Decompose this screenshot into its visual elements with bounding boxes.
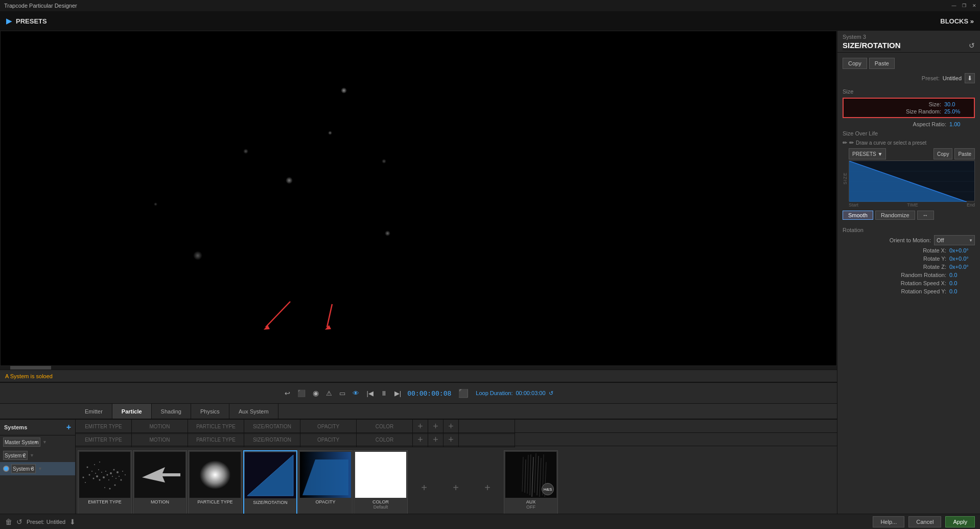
tab-shading[interactable]: Shading	[152, 404, 191, 419]
svg-rect-0	[79, 452, 130, 498]
bottom-bar: 🗑 ↺ Preset: Untitled ⬇ Help... Cancel Ap…	[0, 514, 980, 529]
track-header-particle-type-2: PARTICLE TYPE	[188, 433, 244, 447]
bb-cancel-button[interactable]: Cancel	[908, 516, 941, 527]
add-physics-button[interactable]: +	[444, 420, 459, 434]
minimize-button[interactable]: —	[950, 2, 958, 9]
play-pause-button[interactable]: ⏸	[380, 388, 388, 398]
rp-graph-copy-button[interactable]: Copy	[934, 148, 952, 159]
warning-bar: A System is soloed	[0, 370, 837, 382]
svg-point-28	[99, 462, 100, 463]
trash-icon[interactable]: 🗑	[5, 518, 12, 526]
track-header-row-1: EMITTER TYPE MOTION PARTICLE TYPE SIZE/R…	[76, 420, 837, 433]
rp-rotation-speed-y-row: Rotation Speed Y: 0.0	[837, 287, 980, 295]
add-quality-button[interactable]: +	[428, 420, 444, 434]
rp-save-preset-button[interactable]: ⬇	[965, 73, 975, 83]
tab-emitter[interactable]: Emitter	[76, 404, 112, 419]
opacity-svg	[300, 452, 351, 498]
rp-rotate-y-value[interactable]: 0x+0.0°	[949, 256, 975, 262]
reset-icon[interactable]: ↺	[16, 518, 22, 526]
tracks-area: EMITTER TYPE MOTION PARTICLE TYPE SIZE/R…	[76, 420, 837, 529]
rp-rotate-x-label: Rotate X:	[900, 247, 946, 254]
goto-end-button[interactable]: ▶|	[393, 388, 402, 398]
goto-start-button[interactable]: |◀	[365, 388, 374, 398]
add-physics-2-button[interactable]: +	[444, 433, 459, 447]
svg-point-5	[96, 475, 98, 477]
system2-select[interactable]: System 2	[3, 451, 28, 460]
rp-arrow-button[interactable]: ↔	[917, 211, 934, 220]
bb-right: Help... Cancel Apply	[873, 516, 975, 527]
right-panel: System 3 SIZE/ROTATION ↺ Copy Paste Pres…	[837, 31, 980, 529]
track-header-size-1: SIZE/ROTATION	[244, 420, 300, 434]
rp-rotation-speed-y-value[interactable]: 0.0	[949, 288, 975, 294]
bb-apply-button[interactable]: Apply	[945, 516, 975, 527]
svg-point-11	[107, 474, 108, 476]
rp-copy-button[interactable]: Copy	[843, 58, 867, 69]
rp-rotate-y-row: Rotate Y: 0x+0.0°	[837, 255, 980, 263]
rp-graph-area[interactable]	[849, 160, 975, 201]
loop-reset-icon[interactable]: ↺	[549, 390, 553, 397]
rp-random-rotation-value[interactable]: 0.0	[949, 272, 975, 278]
view-button[interactable]: ▭	[338, 388, 346, 398]
rp-graph-inner: PRESETS ▼ Copy Paste	[849, 148, 975, 209]
card-emitter-type-label: EMITTER TYPE	[88, 499, 121, 504]
add-shading-button[interactable]: +	[413, 420, 428, 434]
rp-rotation-speed-y-label: Rotation Speed Y:	[900, 288, 946, 294]
rp-rotate-x-row: Rotate X: 0x+0.0°	[837, 246, 980, 255]
close-button[interactable]: ✕	[971, 2, 978, 9]
rp-orient-motion-select[interactable]: Off On	[934, 235, 975, 245]
record-button[interactable]: ⬛	[296, 388, 307, 398]
add-system-button[interactable]: +	[66, 423, 71, 432]
pencil2-icon[interactable]: ✏	[849, 140, 854, 146]
scroll-bar[interactable]	[0, 366, 837, 370]
eye-button[interactable]: 👁	[352, 388, 360, 398]
rp-aspect-ratio-label: Aspect Ratio:	[900, 121, 946, 127]
scroll-thumb[interactable]	[10, 366, 51, 370]
rp-spacer	[837, 295, 980, 510]
rp-rotate-z-value[interactable]: 0x+0.0°	[949, 264, 975, 270]
system3-active-indicator	[3, 466, 9, 472]
svg-point-6	[98, 469, 99, 470]
audio-button[interactable]: ◉	[312, 388, 320, 398]
svg-point-17	[116, 471, 119, 473]
maximize-button[interactable]: ❐	[961, 2, 968, 9]
rp-randomize-button[interactable]: Randomize	[875, 211, 915, 220]
rp-graph-paste-button[interactable]: Paste	[954, 148, 975, 159]
svg-point-2	[91, 471, 92, 472]
systems-sidebar: Systems + Master System ▼ System 2	[0, 420, 76, 529]
tab-particle[interactable]: Particle	[112, 404, 152, 419]
rp-graph-wrapper: ✏ ✏ Draw a curve or select a preset SIZE…	[843, 140, 975, 220]
rp-rotation-speed-x-value[interactable]: 0.0	[949, 280, 975, 286]
rp-size-random-value[interactable]: 25.0%	[944, 108, 970, 114]
rp-y-axis: SIZE	[843, 148, 848, 209]
undo-button[interactable]: ↩	[284, 388, 291, 398]
track-header-color-2: COLOR	[357, 433, 413, 447]
tab-aux-system[interactable]: Aux System	[229, 404, 278, 419]
system3-select[interactable]: System 3	[11, 464, 36, 473]
bb-help-button[interactable]: Help...	[873, 516, 904, 527]
particle-dot	[385, 231, 390, 236]
pencil-icon[interactable]: ✏	[843, 140, 847, 146]
system-row-master: Master System ▼	[0, 435, 75, 449]
rp-rotate-x-value[interactable]: 0x+0.0°	[949, 247, 975, 254]
rp-size-label: Size:	[895, 101, 941, 107]
preview-canvas	[0, 31, 837, 366]
rp-size-section-label: Size	[837, 86, 980, 96]
blocks-nav[interactable]: BLOCKS »	[940, 17, 974, 25]
rp-paste-button[interactable]: Paste	[869, 58, 895, 69]
rp-orient-motion-row: Orient to Motion: Off On	[837, 234, 980, 246]
add-quality-2-button[interactable]: +	[428, 433, 444, 447]
rp-graph-presets-button[interactable]: PRESETS ▼	[849, 148, 886, 159]
presets-nav[interactable]: ▶ PRESETS	[6, 17, 47, 25]
add-shading-2-button[interactable]: +	[413, 433, 428, 447]
warning-button[interactable]: ⚠	[325, 388, 333, 398]
tab-physics[interactable]: Physics	[191, 404, 229, 419]
rp-size-value[interactable]: 30.0	[944, 101, 970, 107]
system2-arrow-icon: ▼	[30, 453, 34, 458]
rp-refresh-icon[interactable]: ↺	[969, 41, 975, 50]
bb-save-icon[interactable]: ⬇	[69, 518, 76, 526]
rp-smooth-button[interactable]: Smooth	[843, 211, 873, 220]
rp-aspect-ratio-value[interactable]: 1.00	[949, 121, 975, 127]
master-system-select[interactable]: Master System	[3, 438, 40, 447]
rp-graph-end: End	[967, 202, 975, 208]
timeline-tabs: Emitter Particle Shading Physics Aux Sys…	[0, 404, 837, 419]
